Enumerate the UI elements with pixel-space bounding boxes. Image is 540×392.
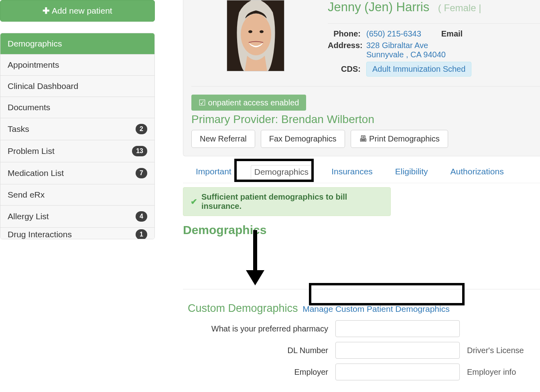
preferred-pharmacy-input[interactable] bbox=[335, 320, 460, 337]
sidebar-item-drug-interactions[interactable]: Drug Interactions 1 bbox=[0, 228, 154, 239]
sidebar-item-label: Appointments bbox=[8, 60, 59, 70]
manage-custom-demographics-link[interactable]: Manage Custom Patient Demographics bbox=[302, 304, 450, 313]
patient-gender: ( Female | bbox=[438, 2, 481, 13]
sidebar-item-label: Problem List bbox=[8, 146, 55, 156]
svg-point-2 bbox=[248, 30, 252, 33]
custom-demographics-title: Custom Demographics bbox=[188, 302, 298, 314]
sidebar-badge: 1 bbox=[136, 229, 147, 239]
patient-photo bbox=[227, 0, 284, 71]
address-line1[interactable]: 328 Gibraltar Ave bbox=[366, 41, 446, 50]
sidebar-item-clinical-dashboard[interactable]: Clinical Dashboard bbox=[0, 76, 154, 97]
phone-label: Phone: bbox=[328, 29, 366, 38]
sidebar-item-demographics[interactable]: Demographics bbox=[0, 33, 154, 55]
sidebar-item-allergy-list[interactable]: Allergy List 4 bbox=[0, 206, 154, 228]
svg-point-1 bbox=[241, 14, 271, 55]
tab-bar: Important Demographics Insurances Eligib… bbox=[183, 156, 540, 183]
primary-provider: Primary Provider: Brendan Wilberton bbox=[191, 113, 540, 126]
sidebar-badge: 2 bbox=[136, 124, 147, 134]
sidebar-item-send-erx[interactable]: Send eRx bbox=[0, 184, 154, 206]
alert-success: ✔ Sufficient patient demographics to bil… bbox=[183, 187, 391, 216]
add-patient-label: Add new patient bbox=[52, 6, 112, 15]
print-icon: 🖶 bbox=[359, 134, 367, 143]
field-help-employer: Employer info bbox=[467, 368, 516, 377]
tab-insurances[interactable]: Insurances bbox=[328, 165, 376, 179]
print-demographics-button[interactable]: 🖶 Print Demographics bbox=[351, 130, 448, 148]
patient-header: Jenny (Jen) Harris ( Female | Phone: (65… bbox=[183, 0, 540, 156]
demographics-section-title: Demographics bbox=[183, 223, 540, 237]
sidebar-item-label: Medication List bbox=[8, 168, 64, 178]
sidebar-item-documents[interactable]: Documents bbox=[0, 97, 154, 118]
sidebar-item-appointments[interactable]: Appointments bbox=[0, 55, 154, 76]
tab-authorizations[interactable]: Authorizations bbox=[447, 165, 507, 179]
phone-link[interactable]: (650) 215-6343 bbox=[366, 29, 421, 38]
email-label: Email bbox=[441, 29, 463, 38]
sidebar-item-label: Drug Interactions bbox=[8, 230, 72, 239]
onpatient-access-badge: ☑ onpatient access enabled bbox=[191, 95, 306, 111]
cds-badge[interactable]: Adult Immunization Sched bbox=[366, 62, 471, 77]
sidebar-item-label: Documents bbox=[8, 103, 50, 112]
sidebar-badge: 13 bbox=[132, 146, 147, 156]
address-label: Address: bbox=[328, 41, 366, 59]
tab-demographics[interactable]: Demographics bbox=[251, 165, 312, 179]
sidebar-item-problem-list[interactable]: Problem List 13 bbox=[0, 140, 154, 162]
new-referral-button[interactable]: New Referral bbox=[191, 130, 255, 148]
field-label-employer: Employer bbox=[188, 368, 335, 377]
sidebar-badge: 4 bbox=[136, 211, 147, 222]
cds-label: CDS: bbox=[328, 65, 366, 74]
sidebar-item-label: Demographics bbox=[8, 39, 62, 48]
address-line2[interactable]: Sunnyvale , CA 94040 bbox=[366, 50, 446, 59]
field-label-pharmacy: What is your preferred pharmacy bbox=[188, 324, 335, 333]
add-new-patient-button[interactable]: ✚ Add new patient bbox=[0, 0, 155, 22]
svg-point-3 bbox=[260, 30, 264, 33]
field-help-dl: Driver's License bbox=[467, 346, 524, 355]
plus-icon: ✚ bbox=[43, 6, 50, 15]
sidebar-item-tasks[interactable]: Tasks 2 bbox=[0, 118, 154, 140]
patient-name: Jenny (Jen) Harris bbox=[328, 0, 429, 14]
fax-demographics-button[interactable]: Fax Demographics bbox=[261, 130, 345, 148]
sidebar-item-medication-list[interactable]: Medication List 7 bbox=[0, 162, 154, 184]
sidebar-item-label: Send eRx bbox=[8, 190, 45, 200]
sidebar-item-label: Allergy List bbox=[8, 212, 49, 221]
tab-important[interactable]: Important bbox=[193, 165, 235, 179]
employer-input[interactable] bbox=[335, 364, 460, 380]
check-icon: ✔ bbox=[191, 197, 197, 206]
dl-number-input[interactable] bbox=[335, 342, 460, 359]
field-label-dl: DL Number bbox=[188, 346, 335, 355]
sidebar-badge: 7 bbox=[136, 168, 147, 178]
tab-eligibility[interactable]: Eligibility bbox=[392, 165, 431, 179]
check-icon: ☑ bbox=[199, 98, 206, 107]
sidebar-item-label: Tasks bbox=[8, 124, 29, 134]
alert-text: Sufficient patient demographics to bill … bbox=[201, 192, 383, 211]
sidebar-nav: Demographics Appointments Clinical Dashb… bbox=[0, 33, 155, 239]
sidebar-item-label: Clinical Dashboard bbox=[8, 81, 78, 91]
